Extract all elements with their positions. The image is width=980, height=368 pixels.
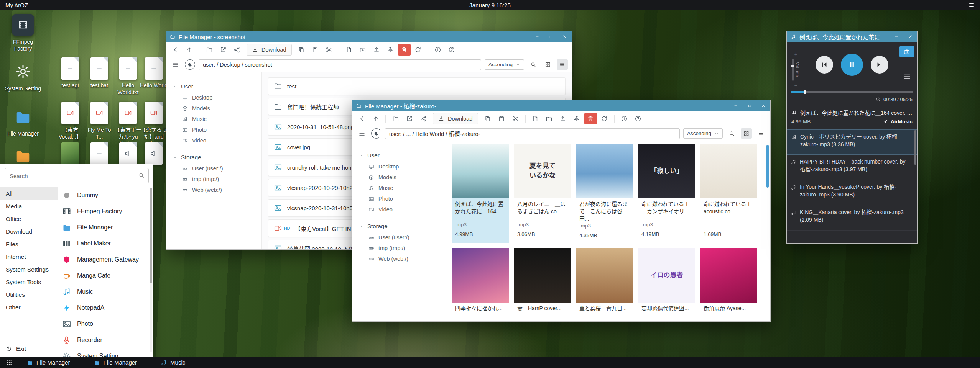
category-download[interactable]: Download bbox=[0, 225, 58, 238]
playlist-scrollbar[interactable] bbox=[914, 130, 916, 165]
sidebar-toggle-button[interactable] bbox=[170, 59, 181, 70]
theme-toggle-button[interactable] bbox=[371, 128, 381, 139]
sidebar-item-user-drive[interactable]: User (user:/) bbox=[352, 232, 448, 243]
sidebar-item-music[interactable]: Music bbox=[166, 114, 261, 124]
file-tile[interactable]: イロの愚者 忘却感傷代償連盟... bbox=[638, 248, 695, 321]
file-tile[interactable]: 君が夜の海に還るまで＿こんにちは谷田... .mp3 4.35MB bbox=[576, 144, 633, 243]
breadcrumb-input[interactable] bbox=[199, 59, 481, 70]
system-brand[interactable]: My ArOZ bbox=[0, 2, 28, 8]
next-button[interactable] bbox=[871, 56, 888, 74]
download-button[interactable]: Download bbox=[247, 44, 292, 56]
category-utilities[interactable]: Utilities bbox=[0, 288, 58, 301]
upload-button[interactable] bbox=[557, 113, 569, 124]
back-button[interactable] bbox=[169, 44, 182, 56]
system-menu-icon[interactable] bbox=[968, 2, 975, 8]
sidebar-item-photo[interactable]: Photo bbox=[166, 124, 261, 135]
refresh-button[interactable] bbox=[598, 113, 611, 124]
cut-button[interactable] bbox=[509, 113, 522, 124]
app-item-recorder[interactable]: Recorder bbox=[62, 332, 146, 348]
playlist-item[interactable]: HAPPY BIRTHDAY＿back number cover. by柘榴-z… bbox=[787, 155, 917, 180]
file-row[interactable]: test bbox=[268, 77, 566, 95]
maximize-button[interactable] bbox=[743, 100, 756, 111]
rename-button[interactable] bbox=[384, 44, 397, 56]
scrollbar-thumb[interactable] bbox=[150, 188, 152, 283]
app-list-scrollbar[interactable] bbox=[150, 188, 152, 352]
minimize-button[interactable] bbox=[890, 31, 903, 42]
grid-view-button[interactable] bbox=[542, 59, 553, 70]
up-button[interactable] bbox=[369, 113, 382, 124]
file-tile[interactable]: 命に嫌われている＋acoustic co... 1.69MB bbox=[700, 144, 757, 243]
sidebar-item-tmp-drive[interactable]: tmp (tmp:/) bbox=[352, 243, 448, 254]
file-tile[interactable]: 街角恵蕾 Ayase... bbox=[700, 248, 757, 321]
sidebar-item-web-drive[interactable]: Web (web:/) bbox=[166, 185, 261, 195]
taskbar-item-file-manager-2[interactable]: File Manager bbox=[89, 357, 142, 368]
pause-button[interactable] bbox=[841, 54, 863, 76]
info-button[interactable] bbox=[432, 44, 444, 56]
sidebar-item-desktop[interactable]: Desktop bbox=[166, 92, 261, 103]
sidebar-item-video[interactable]: Video bbox=[166, 135, 261, 146]
progress-bar[interactable] bbox=[791, 91, 913, 93]
sidebar-item-desktop[interactable]: Desktop bbox=[352, 161, 448, 172]
desktop-icon-hello-world[interactable]: Hello World bbox=[139, 57, 169, 89]
desktop-icon-test-bat[interactable]: test.bat bbox=[84, 57, 114, 89]
search-input[interactable] bbox=[5, 168, 149, 183]
grid-view-button[interactable] bbox=[741, 128, 752, 139]
new-folder-button[interactable] bbox=[357, 44, 369, 56]
previous-button[interactable] bbox=[816, 56, 833, 74]
search-button[interactable] bbox=[528, 59, 539, 70]
up-button[interactable] bbox=[183, 44, 196, 56]
help-button[interactable] bbox=[446, 44, 458, 56]
open-in-new-button[interactable] bbox=[403, 113, 416, 124]
info-button[interactable] bbox=[618, 113, 631, 124]
sidebar-item-web-drive[interactable]: Web (web:/) bbox=[352, 254, 448, 264]
sort-select[interactable]: Ascending bbox=[485, 59, 524, 70]
taskbar-item-music[interactable]: Music bbox=[156, 357, 190, 368]
sidebar-item-photo[interactable]: Photo bbox=[352, 193, 448, 204]
app-item-manga-cafe[interactable]: Manga Cafe bbox=[62, 268, 146, 284]
desktop-icon-video-2[interactable]: Fly Me To T... bbox=[84, 102, 114, 140]
open-in-new-button[interactable] bbox=[217, 44, 229, 56]
app-item-music[interactable]: Music bbox=[62, 284, 146, 300]
window-titlebar[interactable]: File Manager - screenshot bbox=[166, 31, 572, 42]
app-item-ffmpeg-factory[interactable]: FFmpeg Factory bbox=[62, 203, 146, 219]
sidebar-item-models[interactable]: Models bbox=[166, 103, 261, 114]
sidebar-section-user[interactable]: User bbox=[166, 80, 261, 92]
category-system-settings[interactable]: System Settings bbox=[0, 263, 58, 276]
open-button[interactable] bbox=[203, 44, 215, 56]
copy-button[interactable] bbox=[295, 44, 308, 56]
desktop-icon-audio-file-2[interactable] bbox=[139, 142, 169, 165]
category-office[interactable]: Office bbox=[0, 213, 58, 225]
theme-toggle-button[interactable] bbox=[185, 59, 195, 70]
app-launcher-button[interactable] bbox=[3, 357, 15, 368]
window-titlebar[interactable]: File Manager - 柘榴-zakuro- bbox=[352, 100, 770, 111]
playlist-item[interactable]: KING＿Kanaria cover. by 柘榴-zakuro-.mp3 (2… bbox=[787, 205, 917, 231]
close-button[interactable] bbox=[756, 100, 770, 111]
desktop-icon-ffmpeg-factory[interactable]: FFmpeg Factory bbox=[5, 14, 41, 52]
sidebar-toggle-button[interactable] bbox=[356, 128, 368, 139]
sidebar-item-tmp-drive[interactable]: tmp (tmp:/) bbox=[166, 174, 261, 185]
search-button[interactable] bbox=[726, 128, 737, 139]
list-view-button[interactable] bbox=[557, 59, 568, 70]
scrollbar[interactable] bbox=[766, 143, 769, 319]
desktop-icon-test-agi[interactable]: test.agi bbox=[55, 57, 85, 89]
desktop-icon-video-1[interactable]: 【東方Vocal...】 bbox=[55, 102, 85, 140]
upload-button[interactable] bbox=[370, 44, 383, 56]
app-item-photo[interactable]: Photo bbox=[62, 316, 146, 332]
file-tile[interactable]: 妻＿HamP cover... bbox=[514, 248, 571, 321]
progress-handle[interactable] bbox=[804, 90, 806, 94]
category-system-tools[interactable]: System Tools bbox=[0, 276, 58, 288]
close-button[interactable] bbox=[558, 31, 572, 42]
rename-button[interactable] bbox=[571, 113, 583, 124]
delete-button[interactable] bbox=[584, 113, 597, 124]
playlist-item[interactable]: Cynic＿ポリスピカデリー cover. by 柘榴-zakuro-.mp3 … bbox=[787, 129, 917, 155]
desktop-icon-system-setting[interactable]: System Setting bbox=[5, 61, 41, 92]
airmusic-badge[interactable]: AirMusic bbox=[883, 119, 913, 124]
app-item-label-maker[interactable]: Label Maker bbox=[62, 236, 146, 252]
share-button[interactable] bbox=[417, 113, 429, 124]
app-item-notepada[interactable]: NotepadA bbox=[62, 300, 146, 316]
help-button[interactable] bbox=[632, 113, 645, 124]
file-tile[interactable]: 四季折々に揺かれ... bbox=[452, 248, 509, 321]
file-manager-window-zakuro[interactable]: File Manager - 柘榴-zakuro- Download Asce bbox=[352, 100, 771, 322]
sidebar-section-storage[interactable]: Storage bbox=[166, 151, 261, 163]
minimize-button[interactable] bbox=[530, 31, 544, 42]
